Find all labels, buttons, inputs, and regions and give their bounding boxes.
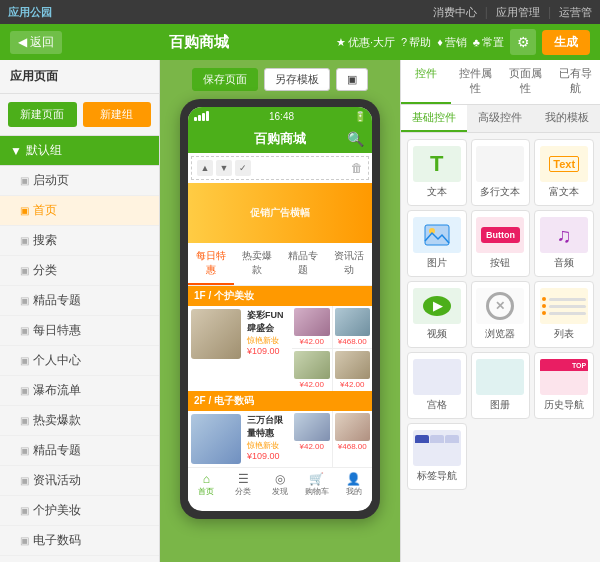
- audio-label: 音频: [554, 256, 574, 270]
- nav-lobby[interactable]: ★ 优惠·大厅: [336, 35, 395, 50]
- tab-page-props[interactable]: 页面属性: [501, 60, 551, 104]
- bottom-nav-discover[interactable]: ◎ 发现: [262, 468, 299, 501]
- product-item[interactable]: ¥42.00: [292, 306, 332, 348]
- new-group-button[interactable]: 新建组: [83, 102, 152, 127]
- gallery-label: 图册: [490, 398, 510, 412]
- product-item[interactable]: ¥42.00: [292, 411, 332, 467]
- grid-icon: [413, 359, 461, 395]
- promo-name-digital: 三万台限量特惠: [247, 414, 289, 440]
- component-video[interactable]: ▶ 视频: [407, 281, 467, 348]
- component-gallery[interactable]: 图册: [471, 352, 531, 419]
- bottom-nav-cart[interactable]: 🛒 购物车: [298, 468, 335, 501]
- digital-product-grid: ¥42.00 ¥468.00: [292, 411, 372, 467]
- banner-image: 促销广告横幅: [188, 183, 372, 243]
- sidebar-item-5[interactable]: ▣每日特惠: [0, 316, 159, 346]
- back-button[interactable]: ◀ 返回: [10, 31, 62, 54]
- phone-screen: 16:48 🔋 百购商城 🔍 ▲ ▼ ✓ 🗑: [188, 107, 372, 511]
- center-toolbar: 保存页面 另存模板 ▣: [192, 68, 368, 91]
- sidebar-item-8[interactable]: ▣热卖爆款: [0, 406, 159, 436]
- phone-bottom-nav: ⌂ 首页 ☰ 分类 ◎ 发现 🛒 购物车: [188, 467, 372, 501]
- sidebar-item-0[interactable]: ▣启动页: [0, 166, 159, 196]
- promo-info-digital: 三万台限量特惠 惊艳新妆 ¥109.00: [244, 411, 292, 467]
- phone-banner-tabs: 每日特惠 热卖爆款 精品专题 资讯活动: [188, 243, 372, 286]
- sidebar-item-12[interactable]: ▣电子数码: [0, 526, 159, 556]
- component-tab-nav[interactable]: 标签导航: [407, 423, 467, 490]
- nav-operations[interactable]: 运营管: [559, 5, 592, 20]
- tab-controls[interactable]: 控件: [401, 60, 451, 104]
- component-image[interactable]: 图片: [407, 210, 467, 277]
- product-item[interactable]: ¥42.00: [292, 349, 332, 391]
- tabnav-icon: [413, 430, 461, 466]
- product-item[interactable]: ¥42.00: [333, 349, 373, 391]
- subtab-my-template[interactable]: 我的模板: [534, 105, 600, 132]
- save-page-button[interactable]: 保存页面: [192, 68, 258, 91]
- component-richtext[interactable]: Text 富文本: [534, 139, 594, 206]
- nav-consumer-center[interactable]: 消费中心: [433, 5, 477, 20]
- nav-app-manage[interactable]: 应用管理: [496, 5, 540, 20]
- subtab-basic[interactable]: 基础控件: [401, 105, 467, 132]
- sidebar-item-10[interactable]: ▣资讯活动: [0, 466, 159, 496]
- sidebar-item-7[interactable]: ▣瀑布流单: [0, 376, 159, 406]
- sidebar-item-3[interactable]: ▣分类: [0, 256, 159, 286]
- tab-control-props[interactable]: 控件属性: [451, 60, 501, 104]
- nav-common[interactable]: ♣ 常置: [473, 35, 504, 50]
- component-multitext[interactable]: 多行文本: [471, 139, 531, 206]
- beauty-product-grid: ¥42.00 ¥468.00 ¥42.00 ¥42.00: [292, 306, 372, 391]
- bottom-nav-home[interactable]: ⌂ 首页: [188, 468, 225, 501]
- subtab-advanced[interactable]: 高级控件: [467, 105, 533, 132]
- app-title: 百购商城: [70, 33, 328, 52]
- sidebar-item-13[interactable]: ▣母婴用品: [0, 556, 159, 562]
- component-button[interactable]: Button 按钮: [471, 210, 531, 277]
- trash-icon[interactable]: 🗑: [351, 161, 363, 175]
- component-grid: T 文本 多行文本 Text 富: [401, 133, 600, 496]
- product-item[interactable]: ¥468.00: [333, 411, 373, 467]
- product-item[interactable]: ¥468.00: [333, 306, 373, 348]
- component-history-nav[interactable]: TOP 历史导航: [534, 352, 594, 419]
- component-browser[interactable]: ✕ 浏览器: [471, 281, 531, 348]
- promo-price-beauty: ¥109.00: [247, 346, 289, 356]
- text-icon: T: [413, 146, 461, 182]
- history-label: 历史导航: [544, 398, 584, 412]
- settings-icon[interactable]: ⚙: [510, 29, 536, 55]
- bottom-nav-mine[interactable]: 👤 我的: [335, 468, 372, 501]
- nav-help[interactable]: ? 帮助: [401, 35, 431, 50]
- tab-news[interactable]: 资讯活动: [326, 243, 372, 285]
- richtext-icon: Text: [540, 146, 588, 182]
- component-grid-item[interactable]: 宫格: [407, 352, 467, 419]
- phone-edit-nav[interactable]: ▲ ▼ ✓ 🗑: [191, 156, 369, 180]
- preview-button[interactable]: ▣: [336, 68, 368, 91]
- bottom-nav-category[interactable]: ☰ 分类: [225, 468, 262, 501]
- section-beauty-content: 姿彩FUN肆盛会 惊艳新妆 ¥109.00 ¥42.00 ¥468.00: [188, 306, 372, 391]
- button-label: 按钮: [490, 256, 510, 270]
- save-template-button[interactable]: 另存模板: [264, 68, 330, 91]
- nav-check-button[interactable]: ✓: [235, 160, 251, 176]
- phone-banner: 促销广告横幅: [188, 183, 372, 243]
- sidebar-item-11[interactable]: ▣个护美妆: [0, 496, 159, 526]
- tab-daily-special[interactable]: 每日特惠: [188, 243, 234, 285]
- tab-existing-nav[interactable]: 已有导航: [550, 60, 600, 104]
- history-icon: TOP: [540, 359, 588, 395]
- new-page-button[interactable]: 新建页面: [8, 102, 77, 127]
- sidebar-item-2[interactable]: ▣搜索: [0, 226, 159, 256]
- image-icon: [413, 217, 461, 253]
- tab-hot-sale[interactable]: 热卖爆款: [234, 243, 280, 285]
- generate-button[interactable]: 生成: [542, 30, 590, 55]
- sidebar-item-4[interactable]: ▣精品专题: [0, 286, 159, 316]
- nav-up-button[interactable]: ▲: [197, 160, 213, 176]
- signal-icon: [194, 111, 209, 121]
- component-list[interactable]: 列表: [534, 281, 594, 348]
- section-title-digital: 2F / 电子数码: [188, 391, 372, 411]
- richtext-label: 富文本: [549, 185, 579, 199]
- component-audio[interactable]: ♫ 音频: [534, 210, 594, 277]
- sidebar-group-default[interactable]: ▼ 默认组: [0, 136, 159, 166]
- phone-header: 百购商城 🔍: [188, 125, 372, 153]
- right-panel: 控件 控件属性 页面属性 已有导航 基础控件 高级控件 我的模板 T 文本: [400, 60, 600, 562]
- nav-down-button[interactable]: ▼: [216, 160, 232, 176]
- tab-quality[interactable]: 精品专题: [280, 243, 326, 285]
- sidebar-item-6[interactable]: ▣个人中心: [0, 346, 159, 376]
- component-text[interactable]: T 文本: [407, 139, 467, 206]
- search-icon[interactable]: 🔍: [347, 131, 364, 147]
- nav-marketing[interactable]: ♦ 营销: [437, 35, 467, 50]
- sidebar-item-1[interactable]: ▣首页: [0, 196, 159, 226]
- sidebar-item-9[interactable]: ▣精品专题: [0, 436, 159, 466]
